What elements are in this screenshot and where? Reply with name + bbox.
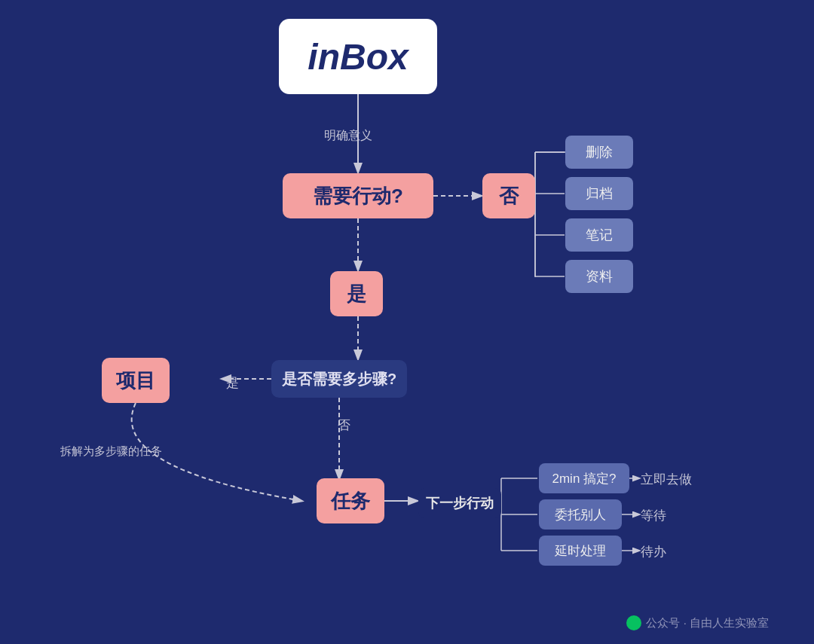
yes-label: 是	[347, 281, 366, 307]
no-node: 否	[482, 173, 535, 218]
mingque-label: 明确意义	[324, 128, 372, 144]
yes-multistep-label: 是	[226, 374, 239, 392]
delegate-node: 委托别人	[539, 499, 622, 530]
multistep-label: 是否需要多步骤?	[282, 369, 396, 389]
delete-box: 删除	[565, 136, 633, 169]
archive-label: 归档	[586, 185, 613, 203]
multistep-node: 是否需要多步骤?	[271, 360, 407, 398]
notes-label: 笔记	[586, 226, 613, 244]
no-multistep-label: 否	[338, 417, 350, 434]
project-node: 项目	[102, 358, 170, 403]
info-label: 资料	[586, 267, 613, 285]
two-min-label: 2min 搞定?	[552, 470, 616, 487]
needs-action-node: 需要行动?	[283, 173, 433, 218]
defer-label: 延时处理	[555, 542, 606, 560]
svg-line-3	[535, 152, 565, 196]
wechat-icon	[626, 615, 641, 630]
watermark-text: 公众号 · 自由人生实验室	[646, 616, 769, 630]
yes-node: 是	[330, 271, 383, 316]
wait-label: 等待	[641, 507, 666, 524]
task-node: 任务	[317, 478, 384, 523]
next-action-node: 下一步行动	[418, 488, 501, 518]
project-label: 项目	[116, 368, 155, 394]
notes-box: 笔记	[565, 218, 633, 252]
archive-box: 归档	[565, 177, 633, 210]
dismantling-label: 拆解为多步骤的任务	[60, 444, 162, 459]
info-box: 资料	[565, 260, 633, 293]
delete-label: 删除	[586, 143, 613, 161]
do-now-label: 立即去做	[641, 471, 692, 488]
defer-node: 延时处理	[539, 536, 622, 566]
todo-label: 待办	[641, 543, 666, 560]
next-action-label: 下一步行动	[426, 494, 494, 512]
diagram: inBox 明确意义 需要行动? 否 删除 归档 笔记 资料 是 是否需要多步骤…	[0, 0, 814, 644]
watermark: 公众号 · 自由人生实验室	[626, 615, 769, 630]
delegate-label: 委托别人	[555, 506, 606, 523]
inbox-node: inBox	[279, 19, 437, 94]
no-label: 否	[499, 183, 519, 209]
needs-action-label: 需要行动?	[313, 183, 403, 209]
flowchart-arrows	[0, 0, 814, 644]
two-min-node: 2min 搞定?	[539, 463, 629, 493]
inbox-label: inBox	[308, 36, 408, 78]
task-label: 任务	[331, 488, 370, 514]
